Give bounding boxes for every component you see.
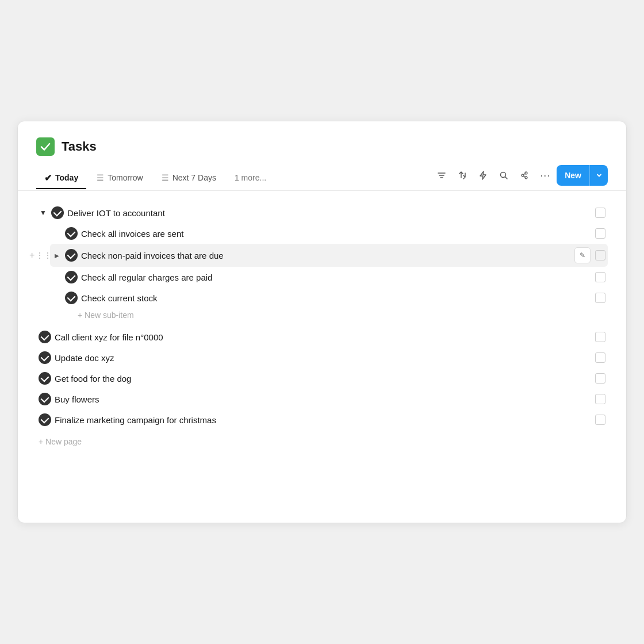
add-row-icon[interactable]: + xyxy=(29,250,34,260)
new-sub-item-button[interactable]: + New sub-item xyxy=(36,308,608,322)
top-task-4-checkbox[interactable] xyxy=(595,394,605,404)
top-task-row-2: Update doc xyz xyxy=(36,347,608,368)
sub-task-3-left: Check all regular charges are paid xyxy=(52,271,591,283)
new-page-label: + New page xyxy=(39,437,82,446)
top-task-4-check-icon[interactable] xyxy=(39,393,51,405)
top-task-3-check-icon[interactable] xyxy=(39,372,51,385)
top-task-5-checkbox[interactable] xyxy=(595,415,605,425)
row-hover-actions: + ⋮⋮ xyxy=(29,250,52,260)
top-task-3-label: Get food for the dog xyxy=(55,374,591,384)
sub-task-row-1: Check all invoices are sent xyxy=(50,223,608,244)
collapse-button[interactable]: ▼ xyxy=(39,208,48,217)
search-button[interactable] xyxy=(494,166,513,185)
tasks-content: ▼ Deliver IOT to accountant Check all in… xyxy=(18,191,626,460)
parent-task-check-icon[interactable] xyxy=(51,206,64,219)
top-task-2-check-icon[interactable] xyxy=(39,351,51,364)
tab-tomorrow-label: Tomorrow xyxy=(108,173,143,182)
new-button-label: New xyxy=(557,165,589,186)
sub-task-3-check-icon[interactable] xyxy=(65,271,78,283)
top-task-1-left: Call client xyz for file n°0000 xyxy=(39,331,591,343)
sub-task-4-label: Check current stock xyxy=(81,293,591,303)
sub-task-1-left: Check all invoices are sent xyxy=(52,227,591,240)
tab-tomorrow-list-icon: ☰ xyxy=(97,173,104,182)
top-task-5-check-icon[interactable] xyxy=(39,413,51,426)
tab-today-check-icon: ✔ xyxy=(44,172,52,183)
share-button[interactable] xyxy=(515,166,534,185)
sub-task-2-left: ▶ Check non-paid invoices that are due ✎ xyxy=(52,247,591,263)
tabs-left: ✔ Today ☰ Tomorrow ☰ Next 7 Days 1 more.… xyxy=(36,167,432,189)
sub-task-3-checkbox[interactable] xyxy=(595,272,605,282)
top-task-1-check-icon[interactable] xyxy=(39,331,51,343)
sub-task-row-4: Check current stock xyxy=(50,288,608,308)
tab-today-label: Today xyxy=(55,173,78,182)
new-button-chevron-icon xyxy=(589,165,608,186)
app-header: Tasks xyxy=(18,121,626,156)
sub-task-1-label: Check all invoices are sent xyxy=(81,229,591,239)
app-icon xyxy=(36,137,55,156)
tab-next7-label: Next 7 Days xyxy=(172,173,216,182)
sort-button[interactable] xyxy=(453,166,471,185)
tab-today[interactable]: ✔ Today xyxy=(36,168,86,189)
app-title: Tasks xyxy=(62,139,97,154)
top-task-4-label: Buy flowers xyxy=(55,394,591,404)
ellipsis-icon: ··· xyxy=(540,170,550,182)
drag-handle-icon[interactable]: ⋮⋮ xyxy=(36,251,52,260)
tab-next7-list-icon: ☰ xyxy=(162,173,169,182)
new-sub-item-label: + New sub-item xyxy=(78,310,134,320)
tab-tomorrow[interactable]: ☰ Tomorrow xyxy=(89,168,151,188)
parent-task-left: ▼ Deliver IOT to accountant xyxy=(39,206,591,219)
top-task-1-checkbox[interactable] xyxy=(595,332,605,342)
sub-task-row-2: + ⋮⋮ ▶ Check non-paid invoices that are … xyxy=(50,244,608,267)
tabs-bar: ✔ Today ☰ Tomorrow ☰ Next 7 Days 1 more.… xyxy=(18,156,626,191)
toolbar: ··· New xyxy=(432,165,608,190)
tab-more[interactable]: 1 more... xyxy=(227,168,274,187)
edit-icon[interactable]: ✎ xyxy=(574,247,591,263)
sub-task-row-3: Check all regular charges are paid xyxy=(50,267,608,288)
top-task-2-left: Update doc xyz xyxy=(39,351,591,364)
parent-task-checkbox[interactable] xyxy=(595,208,605,218)
filter-button[interactable] xyxy=(432,166,451,185)
top-task-row-3: Get food for the dog xyxy=(36,368,608,389)
sub-task-1-check-icon[interactable] xyxy=(65,227,78,240)
tab-next7days[interactable]: ☰ Next 7 Days xyxy=(154,168,224,188)
top-task-1-label: Call client xyz for file n°0000 xyxy=(55,332,591,342)
top-task-3-left: Get food for the dog xyxy=(39,372,591,385)
sub-task-2-check-icon[interactable] xyxy=(65,249,78,262)
more-options-button[interactable]: ··· xyxy=(536,166,554,185)
top-task-3-checkbox[interactable] xyxy=(595,373,605,384)
sub-task-2-checkbox[interactable] xyxy=(595,250,605,260)
parent-task-row: ▼ Deliver IOT to accountant xyxy=(36,202,608,223)
sub-task-1-checkbox[interactable] xyxy=(595,228,605,239)
top-task-row-4: Buy flowers xyxy=(36,389,608,409)
top-task-2-label: Update doc xyz xyxy=(55,353,591,363)
new-page-button[interactable]: + New page xyxy=(36,430,608,448)
new-button[interactable]: New xyxy=(557,165,608,186)
sub-task-2-expand-btn[interactable]: ▶ xyxy=(52,251,62,260)
parent-task-label: Deliver IOT to accountant xyxy=(67,208,591,218)
top-task-4-left: Buy flowers xyxy=(39,393,591,405)
top-task-5-label: Finalize marketing campaign for christma… xyxy=(55,415,591,425)
sub-task-3-label: Check all regular charges are paid xyxy=(81,273,591,282)
sub-task-4-left: Check current stock xyxy=(52,292,591,304)
top-task-row-1: Call client xyz for file n°0000 xyxy=(36,327,608,347)
top-task-5-left: Finalize marketing campaign for christma… xyxy=(39,413,591,426)
sub-task-4-checkbox[interactable] xyxy=(595,293,605,303)
lightning-button[interactable] xyxy=(474,166,492,185)
top-task-2-checkbox[interactable] xyxy=(595,352,605,363)
top-task-row-5: Finalize marketing campaign for christma… xyxy=(36,409,608,430)
sub-task-4-check-icon[interactable] xyxy=(65,292,78,304)
sub-task-2-label: Check non-paid invoices that are due xyxy=(81,251,568,260)
